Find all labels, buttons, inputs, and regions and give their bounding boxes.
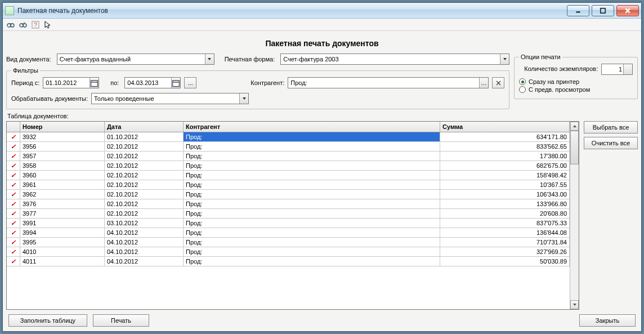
- cell-date: 02.10.2012: [105, 199, 184, 208]
- chevron-down-icon[interactable]: [205, 54, 214, 64]
- row-check-icon[interactable]: ✓: [7, 180, 20, 189]
- documents-grid[interactable]: Номер Дата Контрагент Сумма ✓393201.10.2…: [6, 121, 579, 310]
- cell-number: 3977: [20, 209, 105, 218]
- vertical-scrollbar[interactable]: [570, 122, 579, 309]
- table-row[interactable]: ✓401104.10.2012Прод:50'030.89: [7, 257, 570, 266]
- clear-all-button[interactable]: Очистить все: [584, 137, 638, 149]
- filters-legend: Фильтры: [11, 67, 40, 74]
- close-button[interactable]: [616, 5, 639, 16]
- table-row[interactable]: ✓395602.10.2012Прод:833'562.65: [7, 142, 570, 152]
- table-row[interactable]: ✓395702.10.2012Прод:17'380.00: [7, 152, 570, 161]
- maximize-button[interactable]: [592, 5, 614, 16]
- table-row[interactable]: ✓396202.10.2012Прод:106'343.00: [7, 190, 570, 199]
- cell-number: 3994: [20, 228, 105, 237]
- radio-preview[interactable]: С предв. просмотром: [519, 86, 633, 93]
- cell-contractor: Прод:: [184, 132, 440, 141]
- cell-date: 04.10.2012: [105, 228, 184, 237]
- row-check-icon[interactable]: ✓: [7, 199, 20, 208]
- period-from-input[interactable]: 01.10.2012: [43, 77, 99, 88]
- table-row[interactable]: ✓397602.10.2012Прод:133'966.80: [7, 199, 570, 209]
- cell-date: 02.10.2012: [105, 209, 184, 218]
- col-date[interactable]: Дата: [105, 122, 184, 132]
- print-form-combo[interactable]: Счет-фактура 2003: [280, 54, 509, 65]
- chevron-down-icon[interactable]: [239, 93, 248, 104]
- select-all-button[interactable]: Выбрать все: [584, 121, 638, 133]
- cell-contractor: Прод:: [184, 247, 440, 256]
- table-row[interactable]: ✓396002.10.2012Прод:158'498.42: [7, 171, 570, 180]
- table-row[interactable]: ✓399103.10.2012Прод:837'075.33: [7, 219, 570, 228]
- svg-rect-1: [601, 8, 605, 12]
- period-ellipsis-button[interactable]: ...: [184, 77, 196, 88]
- calendar-icon[interactable]: [90, 78, 99, 88]
- table-row[interactable]: ✓396102.10.2012Прод:10'367.55: [7, 180, 570, 190]
- row-check-icon[interactable]: ✓: [7, 161, 20, 170]
- scroll-down-icon[interactable]: [570, 300, 579, 309]
- row-check-icon[interactable]: ✓: [7, 171, 20, 180]
- cell-contractor: Прод:: [184, 161, 440, 170]
- fill-table-button[interactable]: Заполнить таблицу: [8, 314, 87, 327]
- binoculars-back-icon[interactable]: [6, 20, 15, 29]
- page-title: Пакетная печать документов: [6, 34, 638, 54]
- print-form-value: Счет-фактура 2003: [283, 56, 338, 63]
- cursor-icon[interactable]: [43, 20, 52, 29]
- cell-contractor: Прод:: [184, 219, 440, 228]
- process-combo[interactable]: Только проведенные: [91, 93, 249, 104]
- spin-icon[interactable]: [623, 64, 632, 74]
- print-button[interactable]: Печать: [93, 314, 149, 327]
- cell-number: 3962: [20, 190, 105, 199]
- row-check-icon[interactable]: ✓: [7, 132, 20, 141]
- svg-point-5: [23, 24, 26, 27]
- contractor-input[interactable]: Прод: …: [288, 77, 489, 88]
- table-row[interactable]: ✓397702.10.2012Прод:20'608.80: [7, 209, 570, 219]
- row-check-icon[interactable]: ✓: [7, 247, 20, 256]
- radio-printer[interactable]: Сразу на принтер: [519, 78, 633, 85]
- doc-type-combo[interactable]: Счет-фактура выданный: [57, 54, 214, 65]
- cell-date: 02.10.2012: [105, 190, 184, 199]
- cell-date: 02.10.2012: [105, 152, 184, 161]
- table-row[interactable]: ✓393201.10.2012Прод:634'171.80: [7, 132, 570, 142]
- row-check-icon[interactable]: ✓: [7, 152, 20, 161]
- cell-sum: 634'171.80: [440, 132, 570, 141]
- contractor-clear-button[interactable]: [492, 77, 504, 88]
- row-check-icon[interactable]: ✓: [7, 228, 20, 237]
- row-check-icon[interactable]: ✓: [7, 257, 20, 266]
- cell-sum: 158'498.42: [440, 171, 570, 180]
- table-row[interactable]: ✓399504.10.2012Прод:710'731.84: [7, 238, 570, 247]
- cell-sum: 20'608.80: [440, 209, 570, 218]
- binoculars-fwd-icon[interactable]: [19, 20, 28, 29]
- col-check[interactable]: [7, 122, 20, 132]
- scroll-up-icon[interactable]: [570, 122, 579, 131]
- copies-input[interactable]: 1: [601, 64, 633, 75]
- table-row[interactable]: ✓401004.10.2012Прод:327'969.26: [7, 247, 570, 257]
- row-check-icon[interactable]: ✓: [7, 238, 20, 247]
- period-to-input[interactable]: 04.03.2013: [124, 77, 181, 88]
- close-form-button[interactable]: Закрыть: [579, 314, 636, 327]
- contractor-value: Прод:: [290, 79, 307, 86]
- row-check-icon[interactable]: ✓: [7, 219, 20, 228]
- toolbar: ?: [3, 19, 641, 31]
- cell-number: 3995: [20, 238, 105, 247]
- cell-sum: 10'367.55: [440, 180, 570, 189]
- ellipsis-icon[interactable]: …: [479, 78, 488, 88]
- cell-sum: 682'675.00: [440, 161, 570, 170]
- col-number[interactable]: Номер: [20, 122, 105, 132]
- chevron-down-icon[interactable]: [500, 54, 509, 64]
- cell-number: 3958: [20, 161, 105, 170]
- scroll-track[interactable]: [570, 131, 579, 300]
- minimize-button[interactable]: [567, 5, 589, 16]
- scroll-thumb[interactable]: [570, 131, 579, 164]
- col-contractor[interactable]: Контрагент: [184, 122, 440, 132]
- print-options-legend: Опции печати: [519, 54, 562, 60]
- table-row[interactable]: ✓395802.10.2012Прод:682'675.00: [7, 161, 570, 171]
- table-row[interactable]: ✓399404.10.2012Прод:136'844.08: [7, 228, 570, 238]
- row-check-icon[interactable]: ✓: [7, 190, 20, 199]
- calendar-icon[interactable]: [171, 78, 180, 88]
- grid-body[interactable]: ✓393201.10.2012Прод:634'171.80✓395602.10…: [7, 132, 570, 309]
- col-sum[interactable]: Сумма: [440, 122, 570, 132]
- cell-sum: 327'969.26: [440, 247, 570, 256]
- svg-rect-10: [173, 81, 180, 87]
- row-check-icon[interactable]: ✓: [7, 142, 20, 151]
- row-check-icon[interactable]: ✓: [7, 209, 20, 218]
- help-icon[interactable]: ?: [31, 20, 40, 29]
- copies-label: Количество экземпляров:: [524, 65, 598, 73]
